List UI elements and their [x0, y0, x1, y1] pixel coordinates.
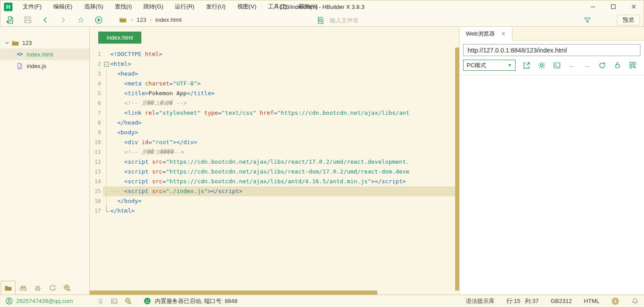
line-number: 2 [90, 59, 103, 69]
search-input[interactable] [329, 16, 462, 24]
refresh-icon[interactable] [598, 61, 606, 69]
breadcrumb-file[interactable]: index.html [155, 16, 181, 23]
new-file-icon[interactable] [6, 16, 14, 24]
back-icon[interactable] [41, 16, 49, 24]
line-number: 11 [90, 147, 103, 157]
code-line-1[interactable]: 1<!DOCTYPE html> [90, 49, 455, 59]
qrcode-icon[interactable] [628, 61, 636, 69]
js-file-icon [15, 63, 24, 69]
menu-item[interactable]: 文件(F) [17, 0, 48, 13]
code-line-7[interactable]: 7 <link rel="stylesheet" type="text/css"… [90, 108, 455, 118]
code-line-12[interactable]: 12 <script src="https://cdn.bootcdn.net/… [90, 157, 455, 167]
back-arrow-icon[interactable]: ← [568, 61, 576, 69]
code-line-3[interactable]: 3 <head> [90, 69, 455, 79]
code-line-11[interactable]: 11 <!-- 亰��ヨ����--> [90, 147, 455, 157]
fold-guide [103, 157, 110, 167]
minimize-icon[interactable] [583, 0, 603, 13]
syntax-lib-label[interactable]: 语法提示库 [466, 297, 495, 305]
close-icon[interactable] [624, 0, 644, 13]
folder-tab-icon[interactable] [1, 281, 16, 295]
menu-item[interactable]: 选择(S) [78, 0, 109, 13]
menu-item[interactable]: 发行(U) [200, 0, 231, 13]
code-text: <body> [110, 128, 455, 137]
code-line-9[interactable]: 9 <body> [90, 128, 455, 137]
code-editor: index.html 1<!DOCTYPE html>2<html>3 <hea… [90, 27, 459, 295]
tree-item-123[interactable]: 123 [0, 37, 89, 48]
code-area[interactable]: 1<!DOCTYPE html>2<html>3 <head>4 <meta c… [90, 48, 455, 291]
maximize-icon[interactable] [603, 0, 624, 13]
run-icon[interactable] [95, 16, 103, 24]
server-status-text: 内置服务器已启动, 端口号: 8848 [155, 297, 237, 305]
breadcrumb-folder[interactable]: 123 [136, 16, 146, 23]
line-number: 10 [90, 137, 103, 147]
menu-item[interactable]: 视图(V) [231, 0, 262, 13]
tree-item-index.html[interactable]: <>index.html [0, 48, 89, 60]
filetype-label[interactable]: HTML [584, 298, 600, 304]
file-search-icon [316, 16, 324, 24]
title-bar: H 文件(F)编辑(E)选择(S)查找(I)跳转(G)运行(R)发行(U)视图(… [0, 0, 644, 13]
line-number: 13 [90, 167, 103, 177]
horizontal-scrollbar[interactable] [90, 291, 455, 295]
browser-tab[interactable]: Web浏览器 ✕ [460, 27, 512, 40]
fold-collapse-icon[interactable] [103, 59, 110, 69]
app-logo: H [4, 3, 12, 11]
code-line-16[interactable]: 16 </body> [90, 196, 455, 206]
chevron-down-icon[interactable] [4, 40, 11, 45]
html-file-icon: <> [15, 51, 24, 57]
close-tab-icon[interactable]: ✕ [501, 31, 506, 37]
cursor-line: 行:15 [507, 297, 520, 305]
cursor-position[interactable]: 行:15 列:37 [507, 297, 539, 305]
code-line-5[interactable]: 5 <title>Pokemon App</title> [90, 89, 455, 98]
url-input[interactable] [463, 44, 640, 56]
save-icon[interactable] [24, 16, 32, 24]
unlock-icon[interactable] [613, 61, 621, 69]
forward-arrow-icon[interactable]: → [583, 61, 591, 69]
code-line-6[interactable]: 6 <!-- 亰��ユ�峰� --> [90, 98, 455, 108]
star-icon[interactable]: ☆ [77, 16, 85, 24]
account-icon[interactable] [5, 297, 13, 305]
filter-icon[interactable] [583, 16, 591, 24]
gear-icon[interactable] [538, 61, 546, 69]
open-external-icon[interactable] [523, 61, 531, 69]
code-line-13[interactable]: 13 <script src="https://cdn.bootcdn.net/… [90, 167, 455, 177]
menu-item[interactable]: 运行(R) [169, 0, 200, 13]
code-line-10[interactable]: 10 <div id="root"></div> [90, 137, 455, 147]
editor-tab[interactable]: index.html [98, 32, 141, 44]
preview-button[interactable]: 预览 [617, 15, 640, 25]
line-number: 3 [90, 69, 103, 79]
code-line-4[interactable]: 4 <meta charset="UTF-8"> [90, 79, 455, 89]
bell-icon[interactable] [631, 297, 639, 305]
breadcrumb-separator: › [150, 16, 152, 23]
fold-guide [103, 118, 110, 128]
sync-icon[interactable] [45, 281, 60, 295]
mode-select[interactable]: PC模式 ▼ [463, 60, 516, 71]
code-line-2[interactable]: 2<html> [90, 59, 455, 69]
forward-icon[interactable] [59, 16, 67, 24]
download-icon[interactable] [612, 297, 619, 305]
web-browser-panel: Web浏览器 ✕ PC模式 ▼ [459, 27, 644, 295]
code-line-17[interactable]: 17</html> [90, 206, 455, 216]
line-number: 15 [90, 186, 103, 196]
binoculars-icon[interactable] [16, 281, 30, 295]
console-icon[interactable] [110, 297, 118, 305]
browser-toolbar: PC模式 ▼ [460, 59, 644, 75]
list-icon[interactable] [96, 297, 104, 305]
encoding-label[interactable]: GB2312 [551, 298, 572, 304]
globe-cloud-icon[interactable] [60, 281, 74, 295]
scrollbar-thumb[interactable] [90, 291, 377, 295]
tree-item-index.js[interactable]: index.js [0, 60, 89, 72]
vertical-scrollbar[interactable] [455, 48, 459, 291]
account-email[interactable]: 2925747439@qq.com [16, 298, 73, 304]
code-line-14[interactable]: 14 <script src="https://cdn.bootcdn.net/… [90, 177, 455, 186]
code-text: <script src="https://cdn.bootcdn.net/aja… [110, 167, 455, 177]
network-icon[interactable] [124, 297, 132, 305]
terminal-icon[interactable] [553, 61, 561, 69]
bug-icon[interactable] [30, 281, 45, 295]
fold-guide [103, 79, 110, 89]
menu-item[interactable]: 编辑(E) [48, 0, 78, 13]
menu-item[interactable]: 查找(I) [109, 0, 137, 13]
browser-tab-bar: Web浏览器 ✕ [460, 27, 644, 40]
code-line-8[interactable]: 8 </head> [90, 118, 455, 128]
code-line-15[interactable]: 15····<script src="./index.js"></script> [90, 186, 455, 196]
menu-item[interactable]: 跳转(G) [138, 0, 169, 13]
